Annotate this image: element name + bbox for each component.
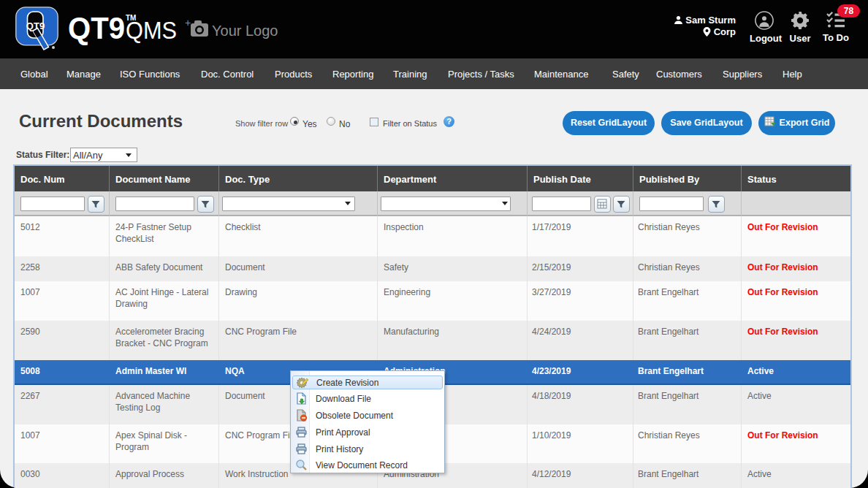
svg-text:+: + <box>185 18 191 28</box>
svg-text:QT9: QT9 <box>68 10 125 45</box>
svg-text:QMS: QMS <box>126 17 177 44</box>
svg-text:QT9: QT9 <box>26 20 45 31</box>
